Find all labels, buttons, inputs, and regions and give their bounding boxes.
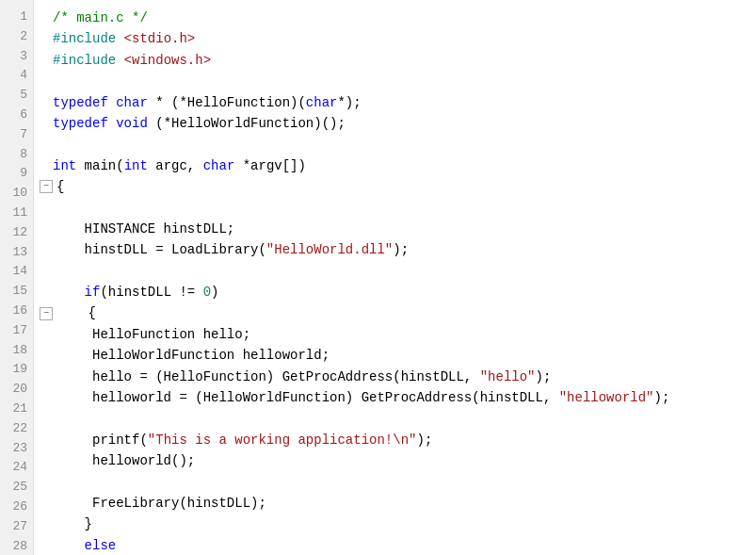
ln-24: 24 <box>8 458 27 478</box>
ln-17: 17 <box>8 321 27 341</box>
ln-26: 26 <box>8 498 27 517</box>
code-line-12: hinstDLL = LoadLibrary("HelloWorld.dll")… <box>38 239 748 260</box>
ln-25: 25 <box>8 478 27 498</box>
code-line-5: typedef char * (*HelloFunction)(char*); <box>38 92 748 113</box>
code-line-20 <box>38 408 748 429</box>
code-text-1: /* main.c */ <box>53 8 148 28</box>
code-line-1: /* main.c */ <box>38 8 748 28</box>
ln-21: 21 <box>8 400 27 419</box>
ln-10: 10 <box>8 184 27 204</box>
code-area[interactable]: /* main.c */ #include <stdio.h> #include… <box>34 0 756 555</box>
ln-5: 5 <box>8 86 27 106</box>
code-text-2: #include <box>53 28 124 49</box>
code-line-25: } <box>38 514 748 534</box>
ln-15: 15 <box>8 282 27 302</box>
ln-20: 20 <box>8 380 27 400</box>
ln-16: 16 <box>8 302 27 321</box>
ln-28: 28 <box>8 537 27 555</box>
ln-1: 1 <box>8 8 27 27</box>
ln-11: 11 <box>8 204 27 223</box>
ln-3: 3 <box>8 47 27 67</box>
code-line-11: HINSTANCE hinstDLL; <box>38 219 748 239</box>
code-line-2: #include <stdio.h> <box>38 28 748 49</box>
ln-8: 8 <box>8 145 27 165</box>
ln-19: 19 <box>8 360 27 380</box>
ln-13: 13 <box>8 243 27 263</box>
fold-icon-9[interactable]: − <box>40 180 53 193</box>
ln-9: 9 <box>8 164 27 184</box>
code-line-17: HelloWorldFunction helloworld; <box>38 345 748 366</box>
code-editor: 1 2 3 4 5 6 7 8 9 10 11 12 13 14 15 16 1… <box>0 0 756 555</box>
ln-7: 7 <box>8 125 27 145</box>
code-line-7 <box>38 134 748 155</box>
ln-27: 27 <box>8 517 27 537</box>
code-text-3: #include <box>53 50 124 71</box>
code-line-26: else <box>38 535 748 555</box>
code-line-3: #include <windows.h> <box>38 50 748 71</box>
line-numbers: 1 2 3 4 5 6 7 8 9 10 11 12 13 14 15 16 1… <box>0 0 34 555</box>
code-line-19: helloworld = (HelloWorldFunction) GetPro… <box>38 387 748 408</box>
code-line-10 <box>38 198 748 219</box>
ln-18: 18 <box>8 341 27 361</box>
code-line-24: FreeLibrary(hinstDLL); <box>38 493 748 514</box>
code-line-6: typedef void (*HelloWorldFunction)(); <box>38 113 748 134</box>
code-line-23 <box>38 472 748 493</box>
code-line-22: helloworld(); <box>38 450 748 471</box>
fold-icon-15[interactable]: − <box>40 307 53 320</box>
code-line-18: hello = (HelloFunction) GetProcAddress(h… <box>38 367 748 387</box>
code-line-14: if(hinstDLL != 0) <box>38 282 748 302</box>
ln-6: 6 <box>8 106 27 125</box>
code-line-8: int main(int argc, char *argv[]) <box>38 155 748 176</box>
ln-23: 23 <box>8 439 27 459</box>
ln-14: 14 <box>8 262 27 282</box>
code-line-21: printf("This is a working application!\n… <box>38 430 748 450</box>
code-line-4 <box>38 71 748 91</box>
ln-4: 4 <box>8 66 27 86</box>
ln-12: 12 <box>8 223 27 243</box>
code-line-9: − { <box>38 176 748 197</box>
ln-2: 2 <box>8 27 27 47</box>
code-line-16: HelloFunction hello; <box>38 324 748 345</box>
code-line-13 <box>38 261 748 282</box>
code-line-15: − { <box>38 302 748 323</box>
ln-22: 22 <box>8 419 27 439</box>
